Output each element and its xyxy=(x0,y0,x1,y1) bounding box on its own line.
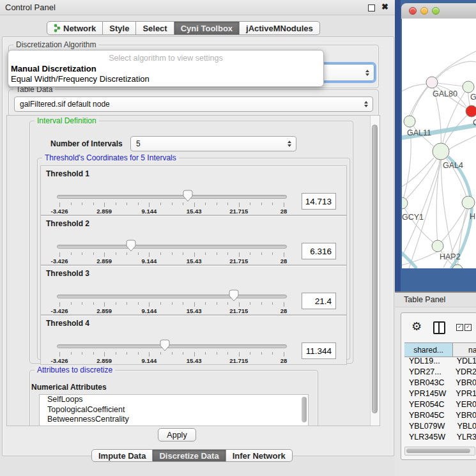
select-columns-icon[interactable]: ✓ xyxy=(456,324,463,331)
threshold-panel-4: Threshold 4-3.4262.8599.14415.4321.71528 xyxy=(40,315,347,365)
cell-name[interactable]: YBR0 xyxy=(448,411,476,422)
slider-track[interactable] xyxy=(57,295,287,298)
slider-track[interactable] xyxy=(57,344,287,348)
numerical-attributes-label: Numerical Attributes xyxy=(31,383,107,392)
table-header-row: shared... na xyxy=(404,342,476,357)
column-header-shared-name[interactable]: shared... xyxy=(404,343,453,357)
network-icon xyxy=(54,24,61,33)
popup-item-equal-width-frequency[interactable]: Equal Width/Frequency Discretization xyxy=(11,74,150,84)
slider-thumb[interactable] xyxy=(126,240,136,252)
tab-network[interactable]: Network xyxy=(47,21,103,35)
threshold-value-field[interactable] xyxy=(302,193,336,210)
cell-shared-name[interactable]: YBR043C xyxy=(404,378,448,389)
tab-discretize-data[interactable]: Discretize Data xyxy=(153,449,226,462)
select-all-columns-icon[interactable]: ✓ xyxy=(464,324,472,331)
attribute-item-selfloops[interactable]: SelfLoops xyxy=(40,395,308,405)
threshold-value-field[interactable] xyxy=(302,293,336,309)
network-node-gal4[interactable] xyxy=(433,143,449,160)
split-columns-icon[interactable] xyxy=(433,321,445,334)
attribute-item-betweennesscentrality[interactable]: BetweennessCentrality xyxy=(40,415,308,425)
table-row[interactable]: YER054CYER0 xyxy=(404,400,476,411)
slider-thumb[interactable] xyxy=(229,289,239,302)
cell-shared-name[interactable]: YIL052C xyxy=(404,443,452,445)
attribute-item-topologicalcoefficient[interactable]: TopologicalCoefficient xyxy=(40,405,308,415)
network-node-ga[interactable] xyxy=(463,81,474,93)
tab-select[interactable]: Select xyxy=(136,21,174,35)
network-node-gal11[interactable] xyxy=(404,116,415,127)
cell-shared-name[interactable]: YDR27... xyxy=(404,367,448,378)
network-node-gcy1[interactable] xyxy=(402,197,408,209)
table-row[interactable]: YDL19...YDL1 xyxy=(404,357,476,367)
cell-name[interactable]: YER0 xyxy=(448,400,476,411)
cell-shared-name[interactable]: YBR045C xyxy=(404,411,448,422)
zoom-traffic-light-icon[interactable] xyxy=(432,7,440,15)
close-icon[interactable]: ✖ xyxy=(381,2,388,12)
tab-impute-data[interactable]: Impute Data xyxy=(91,449,153,462)
cell-name[interactable]: YIL0 xyxy=(452,443,476,445)
network-node-gal80[interactable] xyxy=(426,77,438,88)
list-scrollbar[interactable] xyxy=(302,397,307,422)
cell-name[interactable]: YLR3 xyxy=(449,433,476,443)
cell-name[interactable]: YBL0 xyxy=(449,422,476,433)
cell-shared-name[interactable]: YDL19... xyxy=(404,357,449,367)
gear-icon[interactable]: ⚙ xyxy=(411,319,422,334)
tab-infer-network[interactable]: Infer Network xyxy=(226,449,293,462)
desktop-background-strip xyxy=(395,0,401,291)
table-row[interactable]: YLR345WYLR3 xyxy=(404,433,476,443)
threshold-value-field[interactable] xyxy=(302,342,336,359)
slider-thumb[interactable] xyxy=(160,339,170,351)
column-header-name[interactable]: na xyxy=(453,343,476,357)
vertical-scrollbar[interactable] xyxy=(370,116,380,426)
slider-track[interactable] xyxy=(57,245,287,249)
threshold-slider[interactable]: -3.4262.8599.14415.4321.71528 xyxy=(57,289,286,314)
cell-name[interactable]: YDR2 xyxy=(448,367,476,378)
threshold-slider[interactable]: -3.4262.8599.14415.4321.71528 xyxy=(57,239,286,265)
network-edge[interactable] xyxy=(402,203,438,246)
cell-name[interactable]: YBR0 xyxy=(448,378,476,389)
cell-shared-name[interactable]: YLR345W xyxy=(404,433,449,443)
popup-item-manual-discretization[interactable]: Manual Discretization xyxy=(11,64,96,73)
numerical-attributes-list[interactable]: SelfLoopsTopologicalCoefficientBetweenne… xyxy=(39,394,309,426)
threshold-slider[interactable]: -3.4262.8599.14415.4321.71528 xyxy=(57,339,286,364)
threshold-slider[interactable]: -3.4262.8599.14415.4321.71528 xyxy=(57,189,286,215)
tab-style[interactable]: Style xyxy=(103,21,136,35)
network-node-c[interactable] xyxy=(466,105,476,117)
table-data-combobox[interactable]: galFiltered.sif default node xyxy=(14,96,373,112)
tab-jactivemnodules[interactable]: jActiveMNodules xyxy=(240,21,320,35)
tab-label: Infer Network xyxy=(233,451,286,461)
cell-shared-name[interactable]: YBL079W xyxy=(404,422,449,433)
cell-shared-name[interactable]: YPR145W xyxy=(404,389,448,400)
table-row[interactable]: YIL052CYIL0 xyxy=(404,443,476,445)
cell-shared-name[interactable]: YER054C xyxy=(404,400,448,411)
slider-thumb[interactable] xyxy=(183,190,193,202)
network-edge[interactable] xyxy=(410,82,432,121)
network-window-titlebar[interactable] xyxy=(401,3,476,19)
scrollbar-thumb[interactable] xyxy=(372,125,378,413)
scrollbar-thumb[interactable] xyxy=(406,449,470,453)
number-of-intervals-label: Number of Intervals xyxy=(50,139,123,148)
cell-name[interactable]: YDL1 xyxy=(449,357,476,367)
tab-cyni-toolbox[interactable]: Cyni Toolbox xyxy=(174,21,240,35)
table-row[interactable]: YDR27...YDR2 xyxy=(404,367,476,378)
float-window-icon[interactable] xyxy=(368,4,375,12)
minimize-traffic-light-icon[interactable] xyxy=(420,7,428,15)
network-edge[interactable] xyxy=(402,247,417,268)
number-of-intervals-combobox[interactable]: 5 xyxy=(130,136,296,151)
table-row[interactable]: YPR145WYPR1 xyxy=(404,389,476,400)
network-view-canvas[interactable]: GAL80GACGAL11GAL4GCY1HHAP2 xyxy=(402,19,476,268)
network-edge[interactable] xyxy=(448,157,472,268)
slider-track[interactable] xyxy=(57,195,287,199)
close-traffic-light-icon[interactable] xyxy=(409,7,417,15)
table-row[interactable]: YBL079WYBL0 xyxy=(404,422,476,433)
combo-arrows-icon xyxy=(365,70,369,76)
apply-button[interactable]: Apply xyxy=(158,428,196,441)
network-node-hap2[interactable] xyxy=(432,240,443,252)
table-row[interactable]: YBR045CYBR0 xyxy=(404,411,476,422)
threshold-value-field[interactable] xyxy=(302,243,336,259)
table-row[interactable]: YBR043CYBR0 xyxy=(404,378,476,389)
cell-name[interactable]: YPR1 xyxy=(448,389,476,400)
network-node-h[interactable] xyxy=(462,196,475,209)
table-horizontal-scrollbar[interactable] xyxy=(404,447,475,456)
network-edge[interactable] xyxy=(436,61,476,79)
network-edge[interactable] xyxy=(445,135,476,153)
